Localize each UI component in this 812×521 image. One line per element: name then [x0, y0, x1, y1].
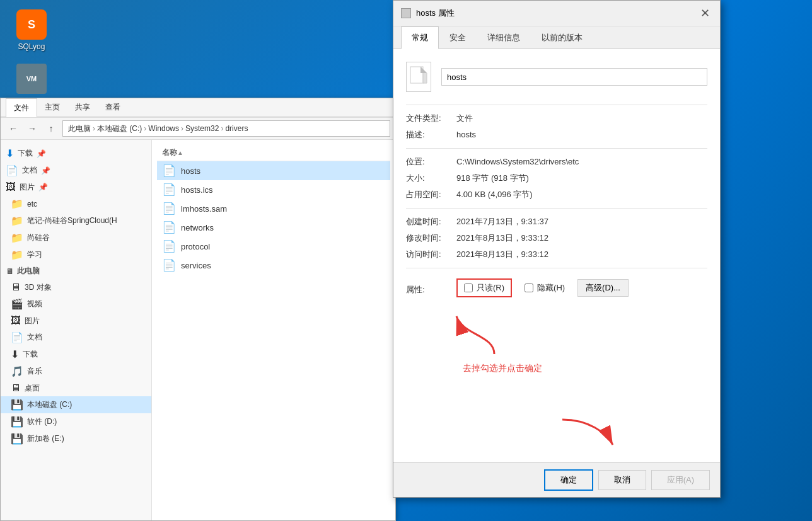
- sidebar-item-3d[interactable]: 🖥 3D 对象: [1, 279, 151, 295]
- explorer-sidebar: ⬇ 下载 📌 📄 文档 📌 🖼 图片 📌 📁 etc: [1, 140, 152, 520]
- tab-share[interactable]: 共享: [67, 98, 98, 117]
- sidebar-item-download[interactable]: ⬇ 下载 📌: [1, 145, 151, 162]
- file-item-networks[interactable]: 📄 networks: [157, 218, 390, 237]
- properties-dialog: hosts 属性 ✕ 常规 安全 详细信息 以前的版本: [393, 0, 721, 498]
- dialog-tab-general[interactable]: 常规: [401, 26, 439, 49]
- advanced-button[interactable]: 高级(D)...: [577, 279, 629, 297]
- path-segment-thispc: 此电脑: [68, 123, 91, 134]
- sidebar-item-music[interactable]: 🎵 音乐: [1, 363, 151, 380]
- prop-label-filetype: 文件类型:: [406, 113, 456, 124]
- sidebar-item-etc[interactable]: 📁 etc: [1, 195, 151, 212]
- file-name-input[interactable]: [441, 68, 707, 86]
- file-item-protocol[interactable]: 📄 protocol: [157, 237, 390, 256]
- tab-view[interactable]: 查看: [98, 98, 128, 117]
- divider-4: [406, 268, 707, 268]
- dialog-title-icon: [401, 8, 411, 18]
- sqlyog-label: SQLyog: [18, 42, 45, 51]
- pictures2-icon: 🖼: [11, 315, 21, 326]
- springcloud-folder-icon: 📁: [11, 215, 23, 227]
- pin-icon-pictures: 📌: [38, 183, 48, 192]
- sidebar-item-desktop[interactable]: 🖥 桌面: [1, 380, 151, 396]
- prop-label-disksize: 占用空间:: [406, 189, 456, 200]
- forward-button[interactable]: →: [25, 121, 40, 136]
- services-icon: 📄: [162, 258, 176, 272]
- sidebar-label-d-drive: 软件 (D:): [27, 416, 57, 427]
- file-type-icon: [406, 62, 431, 92]
- prop-row-created: 创建时间: 2021年7月13日，9:31:37: [406, 216, 707, 227]
- download2-icon: ⬇: [11, 348, 19, 360]
- sidebar-item-video[interactable]: 🎬 视频: [1, 295, 151, 312]
- file-explorer-window: 文件 主页 共享 查看 ← → ↑ 此电脑 › 本地磁盘 (C:) › Wind…: [0, 98, 396, 521]
- sidebar-label-pictures: 图片: [20, 182, 35, 193]
- prop-label-created: 创建时间:: [406, 216, 456, 227]
- prop-row-modified: 修改时间: 2021年8月13日，9:33:12: [406, 232, 707, 244]
- file-item-services[interactable]: 📄 services: [157, 256, 390, 275]
- readonly-label: 只读(R): [477, 282, 504, 294]
- sidebar-item-shanggv[interactable]: 📁 尚硅谷: [1, 229, 151, 246]
- pictures-icon: 🖼: [6, 181, 16, 193]
- attr-row: 属性: 只读(R) 隐藏(H) 高级(D)...: [406, 278, 707, 297]
- video-icon: 🎬: [11, 298, 23, 310]
- address-path[interactable]: 此电脑 › 本地磁盘 (C:) › Windows › System32 › d…: [62, 120, 390, 137]
- cancel-button[interactable]: 取消: [598, 470, 646, 490]
- dialog-tab-details[interactable]: 详细信息: [477, 26, 531, 49]
- annotation-area: 去掉勾选并点击确定: [406, 310, 707, 374]
- back-button[interactable]: ←: [6, 121, 21, 136]
- hidden-checkbox[interactable]: [525, 283, 533, 292]
- sidebar-item-pictures[interactable]: 🖼 图片 📌: [1, 179, 151, 195]
- prop-row-description: 描述: hosts: [406, 129, 707, 140]
- attributes-section: 属性: 只读(R) 隐藏(H) 高级(D)...: [406, 278, 707, 297]
- tab-file[interactable]: 文件: [6, 98, 37, 117]
- confirm-button[interactable]: 确定: [544, 469, 593, 491]
- prop-value-location: C:\Windows\System32\drivers\etc: [456, 157, 707, 166]
- sidebar-label-3d: 3D 对象: [25, 282, 52, 293]
- sidebar-label-docs: 文档: [22, 165, 37, 176]
- dialog-tab-bar: 常规 安全 详细信息 以前的版本: [393, 26, 720, 49]
- dialog-close-button[interactable]: ✕: [697, 6, 712, 21]
- explorer-ribbon: 文件 主页 共享 查看: [1, 98, 395, 118]
- prop-label-description: 描述:: [406, 129, 456, 140]
- sidebar-item-download2[interactable]: ⬇ 下载: [1, 346, 151, 363]
- tab-home[interactable]: 主页: [37, 98, 67, 117]
- dialog-tab-previous[interactable]: 以前的版本: [531, 26, 593, 49]
- sqlyog-icon-item[interactable]: S SQLyog: [6, 6, 57, 54]
- pin-icon-docs: 📌: [41, 166, 50, 175]
- dialog-footer: 确定 取消 应用(A): [393, 462, 720, 497]
- sidebar-item-thispc[interactable]: 🖥 此电脑: [1, 263, 151, 279]
- file-name-networks: networks: [181, 223, 214, 232]
- sidebar-item-docs2[interactable]: 📄 文档: [1, 329, 151, 346]
- sidebar-label-pictures2: 图片: [25, 316, 40, 326]
- address-bar: ← → ↑ 此电脑 › 本地磁盘 (C:) › Windows › System…: [1, 118, 395, 140]
- hosts-file-icon: 📄: [162, 164, 176, 178]
- prop-value-accessed: 2021年8月13日，9:33:12: [456, 249, 707, 260]
- sidebar-item-springcloud[interactable]: 📁 笔记-尚硅谷SpringCloud(H: [1, 212, 151, 229]
- readonly-checkbox[interactable]: [464, 283, 473, 292]
- sidebar-item-study[interactable]: 📁 学习: [1, 246, 151, 263]
- desktop-icon-sidebar: 🖥: [11, 382, 21, 394]
- file-item-hosts-ics[interactable]: 📄 hosts.ics: [157, 180, 390, 199]
- hosts-ics-icon: 📄: [162, 183, 176, 197]
- sidebar-item-d-drive[interactable]: 💾 软件 (D:): [1, 413, 151, 430]
- prop-row-accessed: 访问时间: 2021年8月13日，9:33:12: [406, 249, 707, 260]
- hidden-checkbox-group: 隐藏(H): [525, 282, 565, 294]
- up-button[interactable]: ↑: [44, 121, 59, 136]
- study-folder-icon: 📁: [11, 249, 23, 261]
- prop-row-disksize: 占用空间: 4.00 KB (4,096 字节): [406, 189, 707, 200]
- sidebar-label-desktop: 桌面: [25, 383, 40, 394]
- sidebar-label-shanggv: 尚硅谷: [27, 232, 50, 243]
- sidebar-item-pictures2[interactable]: 🖼 图片: [1, 312, 151, 329]
- sidebar-item-docs[interactable]: 📄 文档 📌: [1, 162, 151, 179]
- sidebar-label-docs2: 文档: [27, 332, 42, 343]
- sidebar-label-download2: 下载: [23, 349, 38, 360]
- sidebar-item-e-drive[interactable]: 💾 新加卷 (E:): [1, 430, 151, 447]
- file-item-lmhosts[interactable]: 📄 lmhosts.sam: [157, 199, 390, 218]
- sidebar-item-c-drive[interactable]: 💾 本地磁盘 (C:): [1, 396, 151, 413]
- dialog-tab-security[interactable]: 安全: [439, 26, 477, 49]
- sort-arrow: ▲: [177, 149, 183, 156]
- prop-row-location: 位置: C:\Windows\System32\drivers\etc: [406, 156, 707, 168]
- explorer-content: ⬇ 下载 📌 📄 文档 📌 🖼 图片 📌 📁 etc: [1, 140, 395, 520]
- apply-button[interactable]: 应用(A): [651, 470, 710, 490]
- file-item-hosts[interactable]: 📄 hosts: [157, 161, 390, 180]
- path-segment-drivers: drivers: [225, 124, 248, 133]
- svg-marker-6: [420, 67, 427, 73]
